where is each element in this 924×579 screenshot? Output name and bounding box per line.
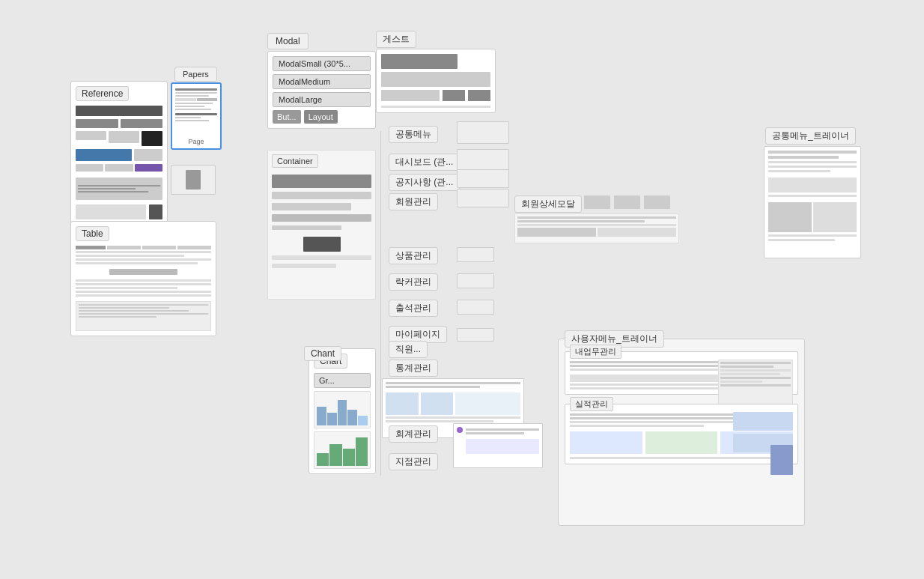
accounting-mgmt-label[interactable]: 회계관리 — [389, 425, 438, 443]
reference-label: Reference — [76, 86, 129, 101]
table-label: Table — [76, 226, 109, 241]
attendance-mgmt-label[interactable]: 출석관리 — [389, 300, 438, 317]
dashboard-wf — [457, 149, 509, 172]
guest-panel — [376, 49, 496, 113]
modal-medium[interactable]: ModalMedium — [273, 74, 371, 89]
modal-thumb-area: Container — [267, 150, 376, 300]
product-mgmt-wf — [457, 247, 494, 262]
common-menu-trainer-wf — [764, 146, 861, 258]
chart-section: Chart Gr... — [308, 348, 376, 474]
internal-mgmt-panel: 내업무관리 — [565, 351, 798, 395]
common-menu-label[interactable]: 공통메뉴 — [389, 126, 438, 143]
page-panel[interactable]: Page — [171, 82, 222, 150]
table-panel: Table — [70, 221, 216, 336]
notice-label[interactable]: 공지사항 (관... — [389, 174, 460, 191]
locker-mgmt-label[interactable]: 락커관리 — [389, 273, 438, 291]
chart-gr[interactable]: Gr... — [314, 373, 371, 388]
member-detail-wf1 — [584, 195, 610, 209]
branch-mgmt-label[interactable]: 지점관리 — [389, 453, 438, 470]
container-label: Container — [272, 154, 318, 168]
attendance-mgmt-wf — [457, 300, 494, 315]
reference-panel: Reference — [70, 81, 168, 225]
locker-mgmt-wf — [457, 273, 494, 288]
dashboard-label[interactable]: 대시보드 (관... — [389, 154, 460, 171]
stats-mgmt-label[interactable]: 통계관리 — [389, 360, 438, 377]
user-menu-trainer-container: 사용자메뉴_트레이너 내업무관리 — [558, 339, 805, 526]
mypage-wf — [457, 328, 494, 342]
papers-tab[interactable]: Papers — [174, 67, 217, 82]
modal-but[interactable]: But... — [273, 110, 301, 124]
internal-mgmt-label: 내업무관리 — [570, 345, 621, 359]
member-detail-wf3 — [644, 195, 670, 209]
member-mgmt-label[interactable]: 회원관리 — [389, 193, 438, 210]
common-menu-wf — [457, 121, 509, 144]
common-menu-trainer-label[interactable]: 공통메뉴_트레이너 — [765, 127, 856, 145]
accounting-wf — [453, 423, 543, 468]
extra-thumb — [171, 165, 216, 195]
modal-layout[interactable]: Layout — [304, 110, 338, 124]
modal-label: Modal — [267, 33, 308, 49]
member-detail-label[interactable]: 회원상세모달 — [514, 195, 582, 213]
staff-label[interactable]: 직원... — [389, 341, 428, 358]
chant-label: Chant — [304, 346, 341, 361]
notice-wf — [457, 169, 509, 188]
product-mgmt-label[interactable]: 상품관리 — [389, 247, 438, 264]
member-mgmt-wf — [457, 189, 509, 207]
member-detail-wf2 — [614, 195, 640, 209]
member-detail-inner — [514, 213, 679, 243]
modal-small[interactable]: ModalSmall (30*5... — [273, 56, 371, 71]
guest-label: 게스트 — [376, 31, 416, 48]
performance-mgmt-label: 실적관리 — [570, 397, 613, 411]
modal-panel: ModalSmall (30*5... ModalMedium ModalLar… — [267, 51, 376, 129]
menu-connector-line — [380, 131, 381, 476]
performance-mgmt-panel: 실적관리 — [565, 404, 798, 464]
modal-large[interactable]: ModalLarge — [273, 92, 371, 107]
